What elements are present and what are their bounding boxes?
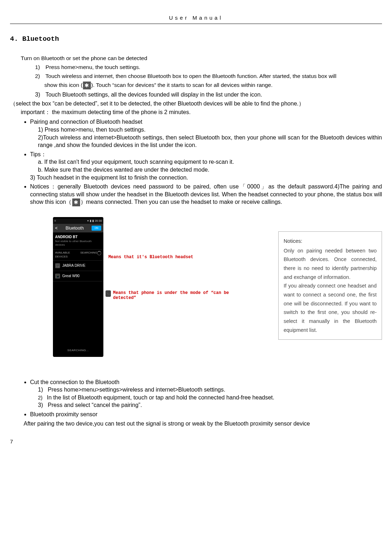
tips-b: b. Make sure that the devices wanted are… — [38, 166, 382, 174]
notices-box-body: Only on pairing needed between two Bluet… — [284, 246, 377, 334]
statusbar-left-icon: ≡ — [54, 219, 56, 223]
phone-title: Bluetooth — [65, 225, 84, 231]
step-3: 3) Touch Bluetooth settings, all the dev… — [35, 91, 382, 99]
cut-step2: 2) In the list of Bluetooth equipment, t… — [38, 394, 382, 402]
notices-text-b-post: ）means connected. Then you can use the h… — [80, 199, 282, 205]
callout-headset: Means that it's Bluetooth headset — [108, 255, 232, 260]
callout-detected-text: Means that phone is under the mode of “c… — [113, 290, 232, 301]
callout-detected: 📞 Means that phone is under the mode of … — [106, 290, 232, 301]
page-number: 7 — [10, 438, 382, 445]
tips-3: 3) Touch headset in the equipment list t… — [30, 174, 382, 182]
wifi-icon: ▾ — [87, 219, 89, 223]
step-1: 1) Press home>menu, the touch settings. — [35, 64, 382, 71]
figure-row: ≡ ▾ ▮ ▮ 20:30 < Bluetooth ON ANDROID BT … — [53, 217, 382, 357]
bullet-tips-title: Tips： — [30, 151, 46, 157]
bullet-proximity: Bluetooth proximity sensor — [30, 411, 382, 418]
step-2-text-b-pre: show this icon ( — [44, 82, 83, 88]
step-3-text: Touch Bluetooth settings, all the device… — [45, 92, 262, 98]
device-1-name: JABRA DRIVE — [62, 263, 85, 268]
step-2: 2) Touch wireless and internet, then cho… — [35, 73, 382, 80]
step-1-text: Press home>menu, the touch settings. — [45, 64, 140, 70]
signal-icon: ▮ — [90, 219, 91, 223]
bullet-pairing: Pairing and connection of Bluetooth head… — [30, 118, 382, 149]
step-2-text-b-post: ). Touch “scan for devices” the it start… — [91, 82, 273, 88]
bluetooth-connected-icon: ✱ — [72, 198, 80, 206]
self-device-name: ANDROID BT — [55, 235, 101, 240]
device-2-name: Great W90 — [62, 274, 79, 279]
cut-2-text: In the list of Bluetooth equipment, touc… — [47, 394, 274, 401]
back-icon[interactable]: < — [55, 225, 58, 231]
headset-icon: 🎧 — [55, 263, 60, 268]
bullet-cut-connection: Cut the connection to the Bluetooth 1) P… — [30, 378, 382, 409]
notices-box: Notices: Only on pairing needed between … — [278, 231, 382, 340]
spinner-icon — [97, 251, 101, 255]
available-header: AVAILABLE DEVICES SEARCHING — [53, 250, 103, 261]
pairing-step1: 1) Press home>menu, then touch settings. — [38, 126, 382, 134]
pairing-step2: 2)Touch wireless and internet>Bluetooth … — [38, 134, 382, 149]
available-label: AVAILABLE DEVICES — [55, 251, 80, 259]
searching-label: SEARCHING — [80, 251, 97, 259]
step-2-num: 2) — [35, 73, 44, 80]
notices-box-title: Notices: — [284, 237, 377, 246]
phone-titlebar: < Bluetooth ON — [53, 224, 103, 232]
phone-device-self[interactable]: ANDROID BT Not visible to other Bluetoot… — [53, 232, 103, 250]
device-row-1[interactable]: 🎧 JABRA DRIVE — [53, 261, 103, 271]
battery-icon: ▮ — [92, 219, 94, 223]
phone-small-icon: 📞 — [106, 290, 111, 297]
step-2-text-a: Touch wireless and internet, then choose… — [45, 73, 336, 79]
detect-note: （select the box “can be detected”, set i… — [10, 100, 382, 108]
bullet-pairing-title: Pairing and connection of Bluetooth head… — [30, 119, 142, 125]
cut-2-num: 2) — [38, 395, 43, 401]
tips-a: a. If the list can't find your equipment… — [38, 158, 382, 166]
cut-title: Cut the connection to the Bluetooth — [30, 379, 119, 385]
important-note: important： the maximum detecting time of… — [21, 108, 382, 116]
phone-statusbar: ≡ ▾ ▮ ▮ 20:30 — [53, 218, 103, 224]
self-device-sub: Not visible to other Bluetooth devices — [55, 240, 101, 247]
cut-step3: 3) Press and select “cancel the pairing”… — [38, 401, 382, 409]
status-time: 20:30 — [95, 219, 102, 223]
step-1-num: 1) — [35, 64, 44, 71]
bullet-notices: Notices：generally Bluetooth devices need… — [30, 183, 382, 206]
phone-device-icon: 📱 — [55, 274, 60, 279]
phone-screenshot: ≡ ▾ ▮ ▮ 20:30 < Bluetooth ON ANDROID BT … — [53, 217, 103, 357]
cut-3-num: 3) — [38, 402, 43, 408]
section-heading: 4. Bluetooth — [10, 35, 382, 44]
step-3-num: 3) — [35, 91, 44, 99]
bluetooth-icon: ✱ — [83, 82, 91, 89]
cut-3-text: Press and select “cancel the pairing”. — [48, 402, 142, 408]
bullet-tips: Tips： a. If the list can't find your equ… — [30, 151, 382, 181]
proximity-title: Bluetooth proximity sensor — [30, 411, 98, 417]
cut-step1: 1) Press home>menu>settings>wireless and… — [38, 386, 382, 394]
callout-headset-text: Means that it's Bluetooth headset — [108, 255, 193, 260]
cut-1-text: Press home>menu>settings>wireless and in… — [48, 387, 225, 393]
callouts-column: Means that it's Bluetooth headset 📞 Mean… — [107, 217, 232, 300]
cut-1-num: 1) — [38, 387, 43, 393]
bluetooth-toggle[interactable]: ON — [92, 226, 101, 230]
intro-line: Turn on Bluetooth or set the phone can b… — [21, 55, 382, 62]
proximity-body: After pairing the two device,you can tes… — [24, 420, 382, 428]
phone-blank-area — [53, 281, 103, 346]
device-row-2[interactable]: 📱 Great W90 — [53, 271, 103, 281]
step-2-cont: show this icon (✱). Touch “scan for devi… — [44, 82, 382, 89]
phone-footer-searching: SEARCHING... — [53, 346, 103, 355]
page-header: User Manual — [10, 14, 382, 24]
